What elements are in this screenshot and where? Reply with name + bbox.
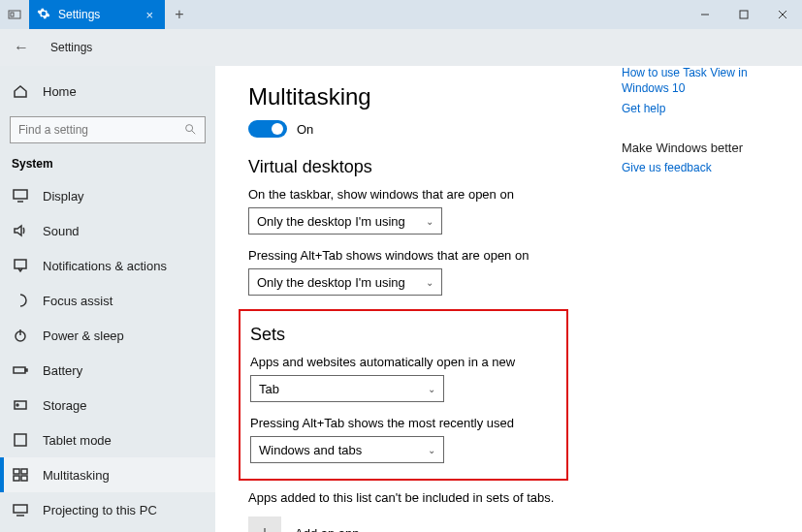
link-feedback[interactable]: Give us feedback [622, 161, 777, 176]
sidebar-item-tablet[interactable]: Tablet mode [0, 422, 215, 457]
sets-open-select[interactable]: Tab ⌄ [250, 375, 444, 402]
new-tab-button[interactable]: + [165, 0, 194, 29]
sidebar-item-storage[interactable]: Storage [0, 388, 215, 422]
svg-point-6 [186, 124, 193, 131]
svg-point-16 [16, 404, 18, 406]
sidebar-item-shared[interactable]: Shared experiences [0, 527, 215, 532]
display-icon [12, 188, 29, 203]
close-icon[interactable]: × [142, 8, 157, 22]
chevron-down-icon: ⌄ [426, 277, 433, 288]
chevron-down-icon: ⌄ [426, 216, 433, 227]
vd-taskbar-label: On the taskbar, show windows that are op… [248, 187, 773, 202]
gear-icon [37, 7, 50, 23]
dropdown-value: Only the desktop I'm using [257, 214, 405, 229]
sidebar-item-battery[interactable]: Battery [0, 353, 215, 388]
multitasking-toggle[interactable] [248, 120, 287, 138]
sets-alttab-label: Pressing Alt+Tab shows the most recently… [250, 416, 557, 430]
settings-content: Multitasking On Virtual desktops On the … [215, 66, 802, 532]
window-controls [686, 0, 802, 29]
svg-rect-8 [14, 190, 27, 199]
search-input[interactable]: Find a setting [10, 116, 206, 143]
sidebar-section-label: System [0, 153, 215, 178]
power-icon [12, 328, 29, 343]
svg-rect-14 [25, 369, 27, 371]
link-task-view[interactable]: How to use Task View in Windows 10 [622, 66, 777, 96]
sidebar-item-label: Notifications & actions [43, 259, 167, 273]
sidebar: Home Find a setting System DisplaySoundN… [0, 66, 215, 532]
svg-rect-19 [14, 469, 19, 474]
svg-rect-21 [14, 476, 19, 481]
section-sets: Sets [250, 325, 557, 345]
minimize-button[interactable] [686, 0, 724, 29]
sidebar-item-label: Tablet mode [43, 433, 112, 448]
svg-rect-13 [14, 367, 25, 373]
sets-highlight-box: Sets Apps and websites automatically ope… [239, 309, 568, 481]
sidebar-item-label: Display [43, 189, 84, 203]
close-window-button[interactable] [763, 0, 802, 29]
focus-icon [12, 293, 29, 308]
svg-rect-1 [11, 13, 14, 16]
feedback-heading: Make Windows better [622, 141, 777, 155]
sidebar-item-label: Projecting to this PC [43, 503, 157, 517]
sets-alttab-select[interactable]: Windows and tabs ⌄ [250, 436, 444, 463]
battery-icon [12, 362, 29, 378]
tab-settings[interactable]: Settings × [29, 0, 165, 29]
storage-icon [12, 397, 29, 413]
svg-line-7 [192, 130, 196, 134]
chevron-down-icon: ⌄ [428, 384, 435, 394]
dropdown-value: Windows and tabs [259, 443, 362, 457]
svg-rect-17 [15, 434, 26, 446]
sidebar-item-label: Sound [43, 224, 80, 238]
svg-rect-20 [21, 469, 27, 474]
sidebar-item-power[interactable]: Power & sleep [0, 318, 215, 353]
link-get-help[interactable]: Get help [622, 102, 777, 117]
sidebar-item-sound[interactable]: Sound [0, 213, 215, 248]
sidebar-item-display[interactable]: Display [0, 178, 215, 213]
window-titlebar: Settings × + [0, 0, 802, 29]
related-links: How to use Task View in Windows 10 Get h… [622, 66, 777, 181]
sidebar-item-label: Multitasking [43, 468, 110, 483]
dropdown-value: Tab [259, 382, 279, 396]
breadcrumb: Settings [50, 41, 92, 54]
task-view-button[interactable] [0, 0, 29, 29]
add-app-button[interactable]: + [248, 516, 281, 532]
search-placeholder: Find a setting [18, 123, 88, 137]
add-app-label: Add an app [295, 526, 360, 533]
maximize-button[interactable] [724, 0, 763, 29]
svg-rect-10 [15, 260, 26, 268]
svg-rect-23 [14, 505, 27, 513]
vd-alttab-select[interactable]: Only the desktop I'm using ⌄ [248, 268, 442, 296]
tab-title: Settings [58, 8, 134, 21]
back-button[interactable]: ← [8, 39, 35, 56]
tab-well: Settings × + [29, 0, 194, 29]
dropdown-value: Only the desktop I'm using [257, 275, 405, 290]
sets-open-label: Apps and websites automatically open in … [250, 355, 557, 369]
svg-rect-3 [740, 11, 748, 18]
sidebar-item-label: Storage [43, 398, 87, 413]
sets-apps-note: Apps added to this list can't be include… [248, 490, 773, 505]
notif-icon [12, 258, 29, 273]
sidebar-item-label: Home [43, 84, 77, 99]
svg-rect-22 [21, 476, 27, 481]
search-icon [183, 122, 197, 139]
sidebar-item-label: Power & sleep [43, 329, 124, 343]
sidebar-item-project[interactable]: Projecting to this PC [0, 492, 215, 527]
multi-icon [12, 467, 29, 483]
sidebar-item-home[interactable]: Home [0, 74, 215, 109]
chevron-down-icon: ⌄ [428, 445, 435, 455]
sound-icon [12, 223, 29, 238]
tablet-icon [12, 432, 29, 448]
vd-alttab-label: Pressing Alt+Tab shows windows that are … [248, 248, 773, 263]
sidebar-item-focus[interactable]: Focus assist [0, 283, 215, 318]
sidebar-item-notif[interactable]: Notifications & actions [0, 248, 215, 283]
vd-taskbar-select[interactable]: Only the desktop I'm using ⌄ [248, 207, 442, 235]
sidebar-item-label: Focus assist [43, 294, 112, 308]
home-icon [12, 83, 29, 99]
toggle-label: On [297, 122, 313, 137]
project-icon [12, 502, 29, 517]
sidebar-item-multi[interactable]: Multitasking [0, 457, 215, 492]
sidebar-item-label: Battery [43, 363, 82, 378]
app-header: ← Settings [0, 29, 802, 66]
